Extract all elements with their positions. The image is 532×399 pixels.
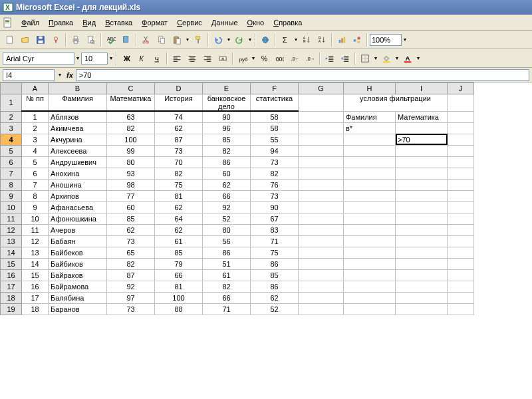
cell-I19[interactable] — [396, 303, 448, 315]
cell-E10[interactable]: 92 — [203, 201, 251, 213]
cell-C2[interactable]: 63 — [107, 111, 155, 122]
currency-button[interactable]: руб — [235, 51, 250, 66]
cell-I3[interactable] — [396, 122, 448, 134]
cell-C1[interactable]: Математика — [107, 94, 155, 112]
cell-A14[interactable]: 13 — [22, 247, 49, 258]
undo-button[interactable] — [211, 33, 225, 47]
cell-B1[interactable]: Фамилия — [49, 94, 107, 112]
cell-F4[interactable]: 55 — [251, 134, 299, 145]
cell-F14[interactable]: 75 — [251, 247, 299, 258]
cell-D17[interactable]: 81 — [155, 281, 203, 292]
font-color-dropdown[interactable] — [416, 55, 421, 61]
bold-button[interactable]: Ж — [119, 51, 134, 66]
cell-C10[interactable]: 60 — [107, 201, 155, 213]
cell-A4[interactable]: 3 — [22, 134, 49, 145]
cell-I7[interactable] — [396, 168, 448, 179]
cell-E7[interactable]: 60 — [203, 168, 251, 179]
cell-J14[interactable] — [448, 247, 474, 258]
zoom-input[interactable] — [370, 34, 402, 46]
cell-G16[interactable] — [299, 269, 344, 281]
row-8[interactable]: 8 — [1, 179, 22, 190]
cell-I15[interactable] — [396, 258, 448, 269]
cell-J15[interactable] — [448, 258, 474, 269]
hyperlink-button[interactable] — [258, 33, 273, 47]
cell-A13[interactable]: 12 — [22, 235, 49, 247]
cell-H14[interactable] — [344, 247, 396, 258]
open-button[interactable] — [18, 33, 33, 47]
cell-F10[interactable]: 90 — [251, 201, 299, 213]
cell-J19[interactable] — [448, 303, 474, 315]
cell-J7[interactable] — [448, 168, 474, 179]
cell-B6[interactable]: Андрушкевич — [49, 156, 107, 168]
cell-D2[interactable]: 74 — [155, 111, 203, 122]
cell-D3[interactable]: 62 — [155, 122, 203, 134]
col-D[interactable]: D — [155, 83, 203, 94]
row-12[interactable]: 12 — [1, 224, 22, 235]
cell-C12[interactable]: 62 — [107, 224, 155, 235]
cell-D15[interactable]: 79 — [155, 258, 203, 269]
cell-G17[interactable] — [299, 281, 344, 292]
worksheet-grid[interactable]: A B C D E F G H I J 1 № пп Фамилия Матем… — [0, 82, 532, 399]
row-11[interactable]: 11 — [1, 213, 22, 224]
cell-G19[interactable] — [299, 303, 344, 315]
cell-C13[interactable]: 73 — [107, 235, 155, 247]
cell-F9[interactable]: 73 — [251, 190, 299, 201]
cell-C7[interactable]: 93 — [107, 168, 155, 179]
cell-I8[interactable] — [396, 179, 448, 190]
align-left-button[interactable] — [170, 51, 184, 66]
dec-indent-button[interactable] — [323, 51, 337, 66]
cell-F16[interactable]: 85 — [251, 269, 299, 281]
font-size-select[interactable] — [81, 53, 108, 65]
save-button[interactable] — [33, 33, 48, 47]
cell-J8[interactable] — [448, 179, 474, 190]
cell-B10[interactable]: Афанасьева — [49, 201, 107, 213]
cell-B7[interactable]: Анохина — [49, 168, 107, 179]
col-I[interactable]: I — [396, 83, 448, 94]
cell-A6[interactable]: 5 — [22, 156, 49, 168]
cell-G1[interactable] — [299, 94, 344, 112]
fx-icon[interactable]: fx — [66, 71, 73, 79]
cell-C4[interactable]: 100 — [107, 134, 155, 145]
font-dropdown[interactable] — [75, 55, 80, 61]
cell-D5[interactable]: 73 — [155, 145, 203, 156]
name-dropdown[interactable] — [57, 72, 63, 78]
cell-F15[interactable]: 86 — [251, 258, 299, 269]
col-C[interactable]: C — [107, 83, 155, 94]
cell-F13[interactable]: 71 — [251, 235, 299, 247]
cell-E4[interactable]: 85 — [203, 134, 251, 145]
row-16[interactable]: 16 — [1, 269, 22, 281]
cell-D19[interactable]: 88 — [155, 303, 203, 315]
cell-H13[interactable] — [344, 235, 396, 247]
cell-B19[interactable]: Баранов — [49, 303, 107, 315]
cell-G3[interactable] — [299, 122, 344, 134]
cell-B18[interactable]: Балябина — [49, 292, 107, 303]
cell-D14[interactable]: 85 — [155, 247, 203, 258]
cell-H5[interactable] — [344, 145, 396, 156]
cell-G8[interactable] — [299, 179, 344, 190]
print-button[interactable] — [68, 33, 83, 47]
sort-desc-button[interactable]: ЯА — [315, 33, 329, 47]
cell-I18[interactable] — [396, 292, 448, 303]
row-1[interactable]: 1 — [1, 94, 22, 112]
cell-H10[interactable] — [344, 201, 396, 213]
cell-E18[interactable]: 66 — [203, 292, 251, 303]
cell-G10[interactable] — [299, 201, 344, 213]
row-6[interactable]: 6 — [1, 156, 22, 168]
cell-C14[interactable]: 65 — [107, 247, 155, 258]
cell-H9[interactable] — [344, 190, 396, 201]
row-13[interactable]: 13 — [1, 235, 22, 247]
cell-A9[interactable]: 8 — [22, 190, 49, 201]
col-J[interactable]: J — [448, 83, 474, 94]
cell-I9[interactable] — [396, 190, 448, 201]
menu-tools[interactable]: Сервис — [173, 17, 206, 29]
cell-D8[interactable]: 75 — [155, 179, 203, 190]
cell-J10[interactable] — [448, 201, 474, 213]
cell-E1[interactable]: банковское дело — [203, 94, 251, 112]
name-box[interactable] — [3, 69, 55, 81]
cell-D18[interactable]: 100 — [155, 292, 203, 303]
cell-C15[interactable]: 82 — [107, 258, 155, 269]
underline-button[interactable]: Ч — [150, 51, 164, 66]
format-painter-button[interactable] — [191, 33, 205, 47]
spell-button[interactable]: ABC — [104, 33, 118, 47]
cell-G14[interactable] — [299, 247, 344, 258]
